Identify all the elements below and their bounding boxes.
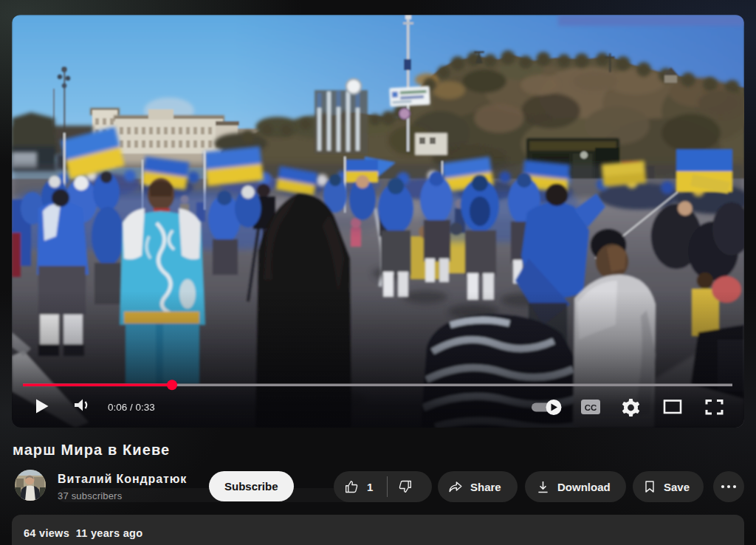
svg-text:CC: CC (585, 403, 597, 412)
svg-text:0:06 / 0:33: 0:06 / 0:33 (108, 402, 155, 413)
